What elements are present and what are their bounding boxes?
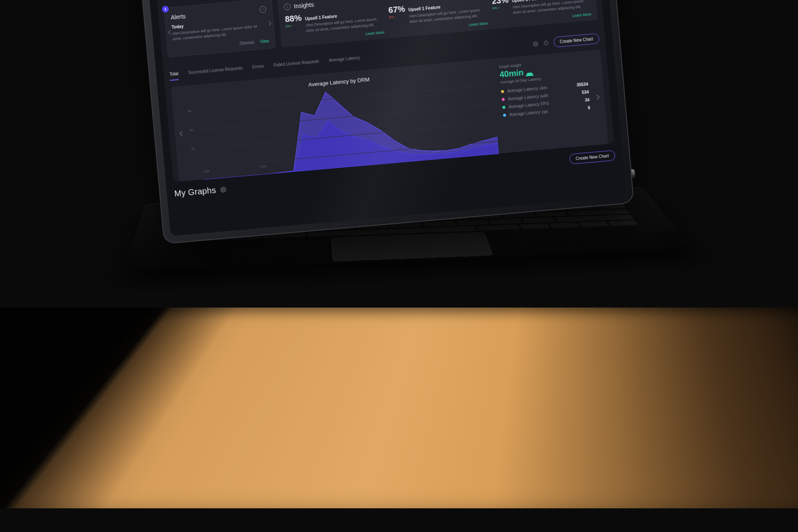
chart-legend: Average Latency vkm35534Average Latency … xyxy=(501,82,590,118)
main-panel: View Data for Yesterday × for All Keys ×… xyxy=(156,0,614,182)
chevron-left-icon[interactable] xyxy=(178,131,184,137)
history-icon[interactable] xyxy=(543,40,549,46)
insights-title: Insights xyxy=(293,1,314,10)
insight-item: 88% 6% ↑ Upsell 1 Feature Alert Descript… xyxy=(285,6,385,43)
alerts-title: Alerts xyxy=(170,13,186,21)
alerts-badge: 1 xyxy=(162,5,169,12)
chart-tab-total[interactable]: Total xyxy=(169,71,179,80)
chart-tab-latency[interactable]: Average Latency xyxy=(329,55,360,66)
info-icon[interactable]: i xyxy=(259,6,266,13)
alerts-card: 1 Alerts i Today Alert Description will … xyxy=(164,0,276,57)
create-chart-button[interactable]: Create New Chart xyxy=(553,33,600,48)
info-icon[interactable]: i xyxy=(283,3,291,10)
chevron-right-icon[interactable] xyxy=(595,94,601,100)
my-graphs-title: My Graphs xyxy=(174,185,217,199)
app-screen: verimatrix Dashboard Reports Alerts My K… xyxy=(144,0,626,236)
filter-view-label: View Data for xyxy=(163,0,188,1)
insight-item: 23% 6% ↑ Upsell 1 Feature Alert Descript… xyxy=(491,0,591,25)
chart-tab-success[interactable]: Successful License Requests xyxy=(188,66,243,78)
learn-more-link[interactable]: Learn More xyxy=(468,21,488,27)
insight-item: 67% 6% ↓ Upsell 1 Feature Alert Descript… xyxy=(388,0,488,34)
learn-more-link[interactable]: Learn More xyxy=(572,12,591,18)
chevron-right-icon[interactable] xyxy=(267,21,273,26)
gear-icon[interactable] xyxy=(220,187,226,193)
gear-icon[interactable] xyxy=(533,41,539,47)
dismiss-link[interactable]: Dismiss xyxy=(239,40,254,46)
arrow-up-icon xyxy=(525,68,534,76)
graph-insight-value-text: 40min xyxy=(499,68,524,79)
create-chart-button-2[interactable]: Create New Chart xyxy=(569,150,616,165)
chart-tab-failed[interactable]: Failed License Requests xyxy=(273,59,320,71)
learn-more-link[interactable]: Learn More xyxy=(365,30,385,36)
chart-tab-errors[interactable]: Errors xyxy=(252,64,264,73)
view-link[interactable]: View xyxy=(260,39,269,44)
chevron-left-icon[interactable] xyxy=(167,30,172,35)
